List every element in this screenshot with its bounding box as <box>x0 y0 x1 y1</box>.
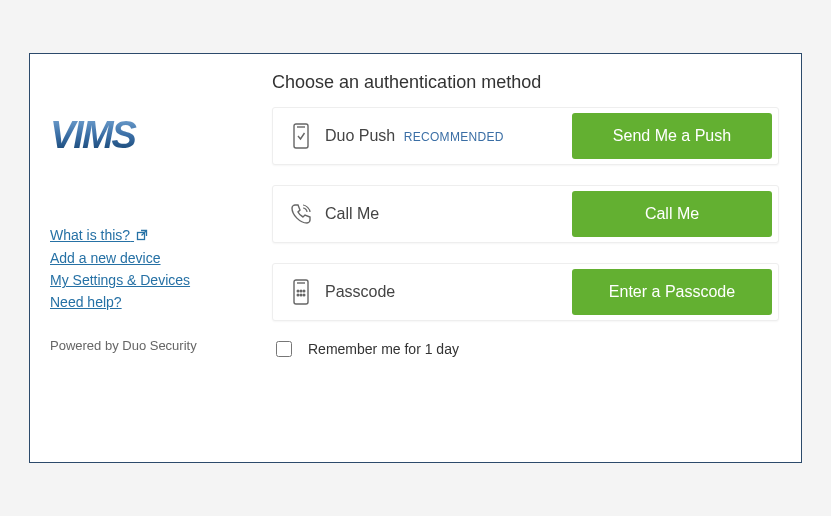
page-title: Choose an authentication method <box>272 72 779 93</box>
phone-call-icon <box>287 202 315 226</box>
passcode-label: Passcode <box>325 283 572 301</box>
svg-point-6 <box>300 290 302 292</box>
svg-point-7 <box>303 290 305 292</box>
sidebar: VIMS What is this? Add a new device My S… <box>30 54 250 462</box>
duo-push-label: Duo Push <box>325 127 395 144</box>
remember-checkbox[interactable] <box>276 341 292 357</box>
svg-point-10 <box>303 294 305 296</box>
external-link-icon <box>136 228 148 244</box>
auth-panel: VIMS What is this? Add a new device My S… <box>29 53 802 463</box>
enter-passcode-button[interactable]: Enter a Passcode <box>572 269 772 315</box>
svg-point-9 <box>300 294 302 296</box>
logo: VIMS <box>50 114 230 157</box>
call-me-label: Call Me <box>325 205 572 223</box>
remember-row: Remember me for 1 day <box>272 341 779 357</box>
remember-label: Remember me for 1 day <box>308 341 459 357</box>
passcode-icon <box>287 279 315 305</box>
phone-push-icon <box>287 123 315 149</box>
method-call: Call Me Call Me <box>272 185 779 243</box>
my-settings-link[interactable]: My Settings & Devices <box>50 272 190 288</box>
call-me-button[interactable]: Call Me <box>572 191 772 237</box>
svg-point-5 <box>297 290 299 292</box>
send-push-button[interactable]: Send Me a Push <box>572 113 772 159</box>
sidebar-links: What is this? Add a new device My Settin… <box>50 227 230 310</box>
powered-by: Powered by Duo Security <box>50 338 230 353</box>
need-help-link[interactable]: Need help? <box>50 294 122 310</box>
main-content: Choose an authentication method Duo Push… <box>250 54 801 462</box>
svg-point-8 <box>297 294 299 296</box>
what-is-this-link[interactable]: What is this? <box>50 227 148 244</box>
what-is-this-label: What is this? <box>50 227 130 243</box>
method-label: Duo Push RECOMMENDED <box>325 127 572 145</box>
add-device-link[interactable]: Add a new device <box>50 250 161 266</box>
method-duo-push: Duo Push RECOMMENDED Send Me a Push <box>272 107 779 165</box>
method-passcode: Passcode Enter a Passcode <box>272 263 779 321</box>
recommended-badge: RECOMMENDED <box>404 130 504 144</box>
